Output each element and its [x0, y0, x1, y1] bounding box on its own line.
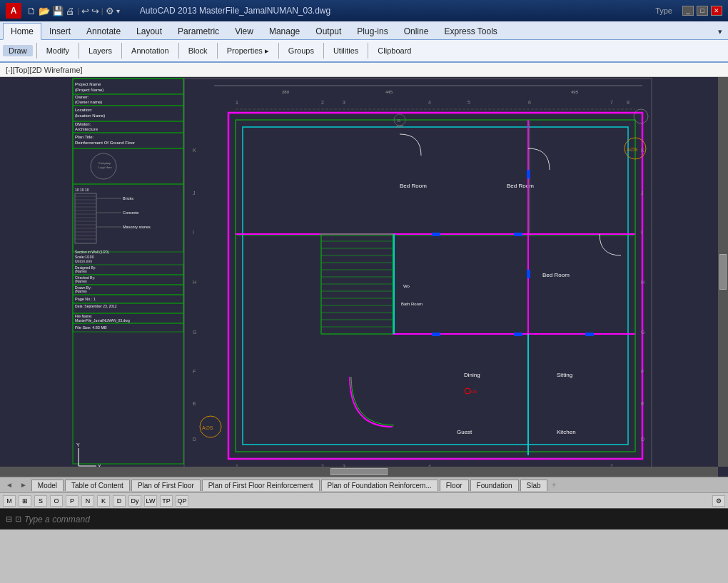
svg-rect-66 [236, 120, 635, 452]
svg-rect-139 [514, 333, 522, 336]
svg-text:(Name): (Name) [75, 289, 87, 293]
svg-text:7: 7 [610, 100, 613, 105]
cmd-icon-2[interactable]: ⊡ [15, 514, 21, 524]
svg-text:6: 6 [528, 100, 531, 105]
tab-model[interactable]: Model [31, 480, 64, 491]
panel-annotation[interactable]: Annotation [126, 45, 175, 56]
panel-draw[interactable]: Draw [3, 45, 33, 56]
svg-text:D: D [193, 437, 196, 442]
tab-annotate[interactable]: Annotate [79, 23, 128, 39]
new-icon[interactable]: 🗋 [27, 6, 36, 16]
tab-home[interactable]: Home [3, 23, 41, 40]
ducs-button[interactable]: D [113, 495, 126, 507]
ribbon-collapse-button[interactable]: ▾ [712, 24, 728, 39]
close-button[interactable]: ✕ [711, 6, 722, 16]
redo-icon[interactable]: ↪ [91, 6, 99, 16]
workspace-icon[interactable]: ⚙ [106, 6, 114, 16]
svg-text:Logo Here: Logo Here [98, 166, 112, 169]
svg-text:Concrete: Concrete [123, 211, 138, 215]
svg-text:G: G [193, 330, 196, 335]
otrack-button[interactable]: K [97, 495, 110, 507]
dropdown-arrow[interactable]: ▾ [116, 7, 120, 15]
horizontal-scroll-thumb[interactable] [330, 468, 388, 475]
model-space-button[interactable]: M [3, 495, 16, 507]
panel-modify[interactable]: Modify [41, 45, 75, 56]
tab-parametric[interactable]: Parametric [170, 23, 227, 39]
command-line[interactable]: ⊟ ⊡ [0, 508, 728, 529]
grid-button[interactable]: ⊞ [19, 495, 31, 507]
tp-button[interactable]: TP [160, 495, 173, 507]
dyn-button[interactable]: Dy [128, 495, 141, 507]
minimize-button[interactable]: _ [682, 6, 694, 16]
status-bar: M ⊞ S O P N K D Dy LW TP QP ⚙ [0, 492, 728, 508]
svg-text:2: 2 [321, 100, 324, 105]
svg-text:445: 445 [385, 90, 393, 94]
settings-button[interactable]: ⚙ [712, 495, 725, 507]
svg-rect-20 [73, 184, 183, 252]
svg-text:1: 1 [236, 100, 238, 105]
svg-text:J: J [193, 191, 196, 196]
lw-button[interactable]: LW [144, 495, 157, 507]
panel-utilities[interactable]: Utilities [328, 45, 364, 56]
plot-icon[interactable]: 🖨 [66, 6, 75, 16]
svg-text:(Name): (Name) [75, 269, 87, 273]
separator [368, 43, 368, 59]
tab-manage[interactable]: Manage [261, 23, 308, 39]
tab-insert[interactable]: Insert [41, 23, 79, 39]
tab-nav-next[interactable]: ► [17, 480, 30, 490]
tab-layout[interactable]: Layout [128, 23, 170, 39]
svg-rect-65 [228, 113, 642, 459]
svg-rect-67 [243, 127, 628, 445]
svg-text:Bed Room: Bed Room [507, 183, 534, 189]
osnap-button[interactable]: N [81, 495, 94, 507]
tab-nav-prev[interactable]: ◄ [3, 480, 16, 490]
panel-properties[interactable]: Properties ▸ [221, 45, 275, 57]
panel-layers[interactable]: Layers [83, 45, 118, 56]
svg-text:(location Name): (location Name) [75, 113, 105, 118]
tab-foundation[interactable]: Foundation [470, 480, 519, 491]
tab-view[interactable]: View [227, 23, 261, 39]
panel-groups[interactable]: Groups [283, 45, 320, 56]
undo-icon[interactable]: ↩ [81, 6, 89, 16]
tab-plan-foundation-reinforcement[interactable]: Plan of Foundation Reinforcem... [321, 480, 438, 491]
svg-rect-22 [75, 193, 96, 243]
maximize-button[interactable]: □ [697, 6, 708, 16]
qp-button[interactable]: QP [176, 495, 188, 507]
tab-plan-first-floor-reinforcement[interactable]: Plan of First Floor Reinforcement [202, 480, 320, 491]
command-input[interactable] [24, 514, 722, 524]
ortho-button[interactable]: O [50, 495, 63, 507]
svg-text:E: E [193, 401, 196, 406]
tab-table-of-content[interactable]: Table of Content [65, 480, 130, 491]
title-text: AutoCAD 2013 MasterFile_JamalNUMAN_03.dw… [140, 6, 330, 16]
svg-text:Owner:: Owner: [75, 95, 89, 99]
tab-floor[interactable]: Floor [440, 480, 469, 491]
svg-text:Masonry stones: Masonry stones [123, 225, 151, 229]
open-icon[interactable]: 📂 [39, 6, 50, 16]
svg-text:A∅S: A∅S [627, 147, 638, 152]
vertical-scroll-thumb[interactable] [719, 254, 727, 290]
cmd-icon-1[interactable]: ⊟ [6, 514, 12, 524]
tab-plugins[interactable]: Plug-ins [349, 23, 395, 39]
add-tab-button[interactable]: + [552, 480, 557, 490]
canvas-area[interactable]: Project Name (Project Name) Owner: (Owne… [0, 77, 728, 477]
tab-output[interactable]: Output [308, 23, 349, 39]
svg-text:A∅S: A∅S [202, 425, 213, 430]
svg-text:Sitting: Sitting [557, 372, 572, 378]
ribbon-tabs: Home Insert Annotate Layout Parametric V… [0, 21, 728, 40]
svg-rect-142 [527, 270, 530, 278]
vertical-scrollbar[interactable] [718, 77, 728, 467]
panel-block[interactable]: Block [183, 45, 213, 56]
svg-rect-136 [432, 233, 440, 236]
svg-text:8: 8 [627, 100, 630, 105]
save-icon[interactable]: 💾 [52, 6, 64, 16]
panel-clipboard[interactable]: Clipboard [372, 45, 417, 56]
snap-button[interactable]: S [34, 495, 47, 507]
tab-plan-first-floor[interactable]: Plan of First Floor [131, 480, 201, 491]
svg-text:J: J [641, 191, 644, 196]
polar-button[interactable]: P [66, 495, 79, 507]
tab-online[interactable]: Online [396, 23, 437, 39]
tab-express-tools[interactable]: Express Tools [436, 23, 505, 39]
svg-rect-63 [184, 78, 652, 467]
tab-slab[interactable]: Slab [520, 480, 547, 491]
horizontal-scrollbar[interactable] [0, 467, 718, 477]
